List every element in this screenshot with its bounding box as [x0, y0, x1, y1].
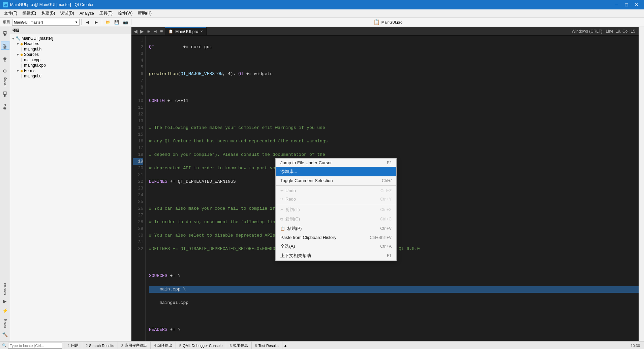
code-line-23: maingui.h — [149, 340, 639, 341]
tree-item-headers[interactable]: ▼ ◆ Headers — [10, 41, 131, 46]
sidebar-item-debug[interactable]: ⚙ — [1, 67, 9, 75]
toolbar: 项目 MainGUI [master] ▼ ◀ ▶ 📂 💾 📷 📋 MainGU… — [0, 18, 644, 27]
ctx-jump-to-file-shortcut: F2 — [387, 161, 392, 165]
folder-icon: ◆ — [20, 42, 23, 46]
toolbar-save-btn[interactable]: 💾 — [113, 19, 121, 26]
bottom-tab-qml-debugger[interactable]: 5 QML Debugger Console — [176, 342, 226, 349]
bottom-tab-test-results[interactable]: 8 Test Results — [252, 342, 282, 349]
tree-item-maingui-cpp[interactable]: │ maingui.cpp — [10, 63, 131, 68]
bottom-tab-compile-output[interactable]: 4 编译输出 — [151, 342, 176, 349]
tab-menu-btn[interactable]: ≡ — [159, 29, 164, 34]
code-line-20: maingui.cpp — [149, 300, 639, 306]
file-icon: │ — [21, 64, 23, 67]
sidebar-label-design: 设计 — [2, 63, 8, 66]
toolbar-open-btn[interactable]: 📂 — [104, 19, 112, 26]
menu-file[interactable]: 文件(F) — [1, 9, 20, 17]
menu-analyze[interactable]: Analyze — [77, 9, 97, 17]
tree-item-sources[interactable]: ▼ ◆ Sources — [10, 52, 131, 57]
sidebar-item-build[interactable]: 🔨 — [1, 330, 9, 339]
file-icon: │ — [21, 47, 23, 51]
sidebar-icons: ⊞ 欢迎 ✎ 编辑 ◈ 设计 ⚙ Debug ⊡ 项目 ? 帮助 MainGUI… — [0, 27, 10, 341]
ctx-cut-shortcut: Ctrl+X — [380, 207, 392, 212]
bottom-tab-search[interactable]: 2 Search Results — [82, 342, 118, 349]
bottom-tab-app-output[interactable]: 3 应用程序输出 — [118, 342, 151, 349]
tab-maingui-pro[interactable]: 📋 MainGUI.pro ✕ — [165, 27, 207, 35]
bottom-tab-expand-icon[interactable]: ▲ — [284, 344, 287, 348]
tree-item-forms[interactable]: ▼ ◆ Forms — [10, 68, 131, 73]
main-cpp-label: main.cpp — [24, 58, 40, 62]
ctx-toggle-comment[interactable]: Toggle Comment Selection Ctrl+/ — [276, 176, 396, 185]
tab-prev-btn[interactable]: ◀ — [133, 29, 139, 34]
menu-tools[interactable]: 工具(T) — [97, 9, 115, 17]
ctx-context-help-label: 上下文相关帮助 — [280, 253, 311, 259]
line-num-26: 26 — [133, 205, 143, 212]
line-num-5: 5 — [133, 64, 143, 71]
menu-build[interactable]: 构建(B) — [39, 9, 58, 17]
file-tree[interactable]: ▼ 🔧 MainGUI [master] ▼ ◆ Headers │ maing… — [10, 34, 131, 341]
code-line-1: QT += core gui — [149, 44, 639, 50]
bottom-tab-summary[interactable]: 6 概要信息 — [226, 342, 251, 349]
line-num-1: 1 — [133, 37, 143, 44]
clock-time: 10:30 — [631, 344, 644, 348]
maingui-ui-label: maingui.ui — [24, 74, 42, 78]
tab-split-btn[interactable]: ⊞ — [146, 29, 152, 34]
tab-close-icon[interactable]: ✕ — [200, 30, 203, 33]
line-num-2: 2 — [133, 44, 143, 50]
locate-input[interactable] — [8, 343, 62, 349]
sidebar-item-run-debug[interactable]: ⚡ — [1, 306, 9, 315]
instance-label: MainGUI — [3, 282, 7, 296]
tab-next-btn[interactable]: ▶ — [139, 29, 145, 34]
sidebar-item-design[interactable]: ◈ — [1, 54, 9, 63]
tree-item-maingui-h[interactable]: │ maingui.h — [10, 46, 131, 52]
code-line-2 — [149, 57, 639, 64]
project-selector[interactable]: MainGUI [master] ▼ — [12, 19, 80, 26]
ctx-paste[interactable]: 📋 粘贴(P) Ctrl+V — [276, 224, 396, 233]
bottom-tab-test-results-label: Test Results — [258, 344, 279, 348]
tree-item-maingui-project[interactable]: ▼ 🔧 MainGUI [master] — [10, 36, 131, 41]
line-num-15: 15 — [133, 131, 143, 138]
window-controls: ─ □ ✕ — [612, 1, 641, 8]
sidebar-item-edit[interactable]: ✎ — [1, 41, 9, 50]
bottom-tab-issues[interactable]: 1 问题 — [64, 342, 82, 349]
maximize-button[interactable]: □ — [622, 1, 631, 8]
menu-widgets[interactable]: 控件(W) — [115, 9, 135, 17]
cursor-position: Line: 19, Col: 15 — [606, 29, 635, 34]
tree-item-main-cpp[interactable]: │ main.cpp — [10, 57, 131, 63]
sidebar-label-welcome: 欢迎 — [2, 38, 8, 40]
ctx-context-help[interactable]: 上下文相关帮助 F1 — [276, 251, 396, 260]
tab-status-area: Windows (CRLF) Line: 19, Col: 15 — [568, 27, 639, 35]
code-line-22: HEADERS += \ — [149, 326, 639, 333]
sidebar-label-edit: 编辑 — [2, 50, 8, 53]
code-line-21 — [149, 313, 639, 320]
sidebar-item-welcome[interactable]: ⊞ — [1, 28, 9, 37]
toolbar-separator-2 — [102, 19, 102, 25]
toolbar-back-btn[interactable]: ◀ — [83, 19, 91, 26]
menu-debug[interactable]: 调试(D) — [58, 9, 77, 17]
sidebar-label-help: 帮助 — [2, 111, 8, 113]
ctx-select-all[interactable]: 全选(A) Ctrl+A — [276, 242, 396, 251]
tab-close-others-btn[interactable]: ⊟ — [152, 29, 158, 34]
folder-icon: ◆ — [20, 69, 23, 73]
line-num-13: 13 — [133, 118, 143, 125]
ctx-paste-history[interactable]: Paste from Clipboard History Ctrl+Shift+… — [276, 233, 396, 242]
close-button[interactable]: ✕ — [632, 1, 641, 8]
tree-item-maingui-ui[interactable]: │ maingui.ui — [10, 73, 131, 79]
line-num-16: 16 — [133, 138, 143, 145]
arrow-icon: ▼ — [11, 37, 15, 40]
menu-edit[interactable]: 编辑(E) — [20, 9, 39, 17]
ctx-add-library[interactable]: 添加库... — [276, 167, 396, 176]
sidebar-item-help[interactable]: ? — [1, 101, 9, 110]
toolbar-forward-btn[interactable]: ▶ — [92, 19, 100, 26]
ctx-jump-to-file-label: Jump to File Under Cursor — [280, 160, 332, 165]
minimize-button[interactable]: ─ — [612, 1, 621, 8]
menu-help[interactable]: 帮助(H) — [135, 9, 154, 17]
line-num-30: 30 — [133, 232, 143, 239]
sidebar-item-projects[interactable]: ⊡ — [1, 89, 9, 97]
ctx-cut: ✂ 剪切(T) Ctrl+X — [276, 205, 396, 214]
file-tree-panel: 项目 ▼ 🔧 MainGUI [master] ▼ ◆ Headers │ ma… — [10, 27, 131, 341]
sidebar-item-run[interactable]: ▶ — [1, 297, 9, 306]
ctx-jump-to-file[interactable]: Jump to File Under Cursor F2 — [276, 159, 396, 167]
line-num-12: 12 — [133, 111, 143, 118]
toolbar-snapshot-btn[interactable]: 📷 — [121, 19, 129, 26]
maingui-cpp-label: maingui.cpp — [24, 63, 46, 68]
